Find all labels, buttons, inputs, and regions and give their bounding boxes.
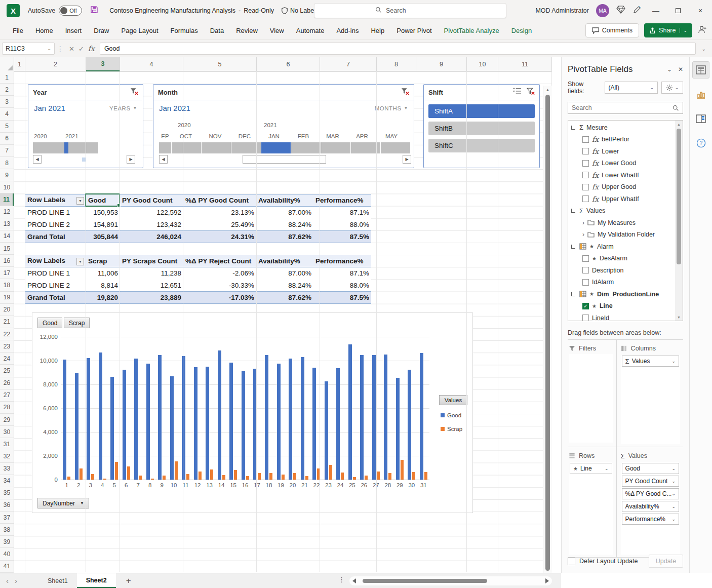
good-bar[interactable] bbox=[158, 355, 162, 480]
bar-group-day-20[interactable] bbox=[287, 337, 298, 480]
chart-axis-field-button[interactable]: DayNumber▼ bbox=[37, 498, 89, 508]
avatar[interactable]: MA bbox=[596, 4, 609, 17]
scrap-bar[interactable] bbox=[293, 473, 296, 480]
checkbox[interactable] bbox=[582, 315, 589, 321]
row-header-11[interactable]: 11 bbox=[0, 193, 14, 206]
good-bar[interactable] bbox=[289, 359, 292, 480]
row-header-35[interactable]: 35 bbox=[0, 487, 14, 499]
scrap-bar[interactable] bbox=[163, 476, 166, 480]
chevron-down-icon[interactable]: ⌄ bbox=[671, 479, 676, 484]
minimize-button[interactable]: — bbox=[648, 3, 663, 18]
row-header-25[interactable]: 25 bbox=[0, 365, 14, 377]
maximize-button[interactable] bbox=[670, 3, 686, 18]
value-cell[interactable]: 88.24% bbox=[256, 219, 313, 231]
ribbon-tab-pivottable-analyze[interactable]: PivotTable Analyze bbox=[439, 23, 505, 38]
good-bar[interactable] bbox=[360, 355, 364, 480]
column-header-10[interactable]: 10 bbox=[467, 57, 498, 71]
field-alarm[interactable]: ★Alarm bbox=[568, 241, 675, 253]
pivot-chart[interactable]: Good Scrap 02,0004,0006,0008,00010,00012… bbox=[32, 312, 473, 513]
bar-group-day-4[interactable] bbox=[96, 337, 108, 480]
good-bar[interactable] bbox=[170, 376, 174, 480]
scroll-right-button[interactable]: ▶ bbox=[127, 155, 135, 164]
scrap-bar[interactable] bbox=[282, 475, 285, 480]
month-segment-MAR[interactable] bbox=[321, 142, 350, 153]
row-header-20[interactable]: 20 bbox=[0, 304, 14, 316]
row-header-10[interactable]: 10 bbox=[0, 181, 14, 193]
chevron-down-icon[interactable]: ⌄ bbox=[671, 359, 676, 364]
bar-group-day-5[interactable] bbox=[108, 337, 120, 480]
column-header-1[interactable]: 1 bbox=[14, 57, 25, 71]
chevron-down-icon[interactable]: ⌄ bbox=[605, 466, 609, 471]
column-header-cell[interactable]: %Δ PY Reject Count bbox=[183, 255, 256, 267]
value-cell[interactable]: 87.5% bbox=[313, 231, 371, 243]
row-header-17[interactable]: 17 bbox=[0, 267, 14, 279]
bar-group-day-22[interactable] bbox=[310, 337, 322, 480]
values-area[interactable]: ΣValues Good⌄PY Good Count⌄%Δ PY Good C.… bbox=[617, 447, 683, 558]
scrap-bar[interactable] bbox=[365, 476, 368, 480]
scrap-bar[interactable] bbox=[139, 476, 142, 480]
close-button[interactable]: × bbox=[693, 3, 708, 18]
month-slicer[interactable]: Month Jan 2021 MONTHS▼ 2020 2021 EPOCTNO… bbox=[153, 84, 414, 168]
shift-item-shifta[interactable]: ShiftA bbox=[428, 104, 535, 118]
scroll-left-button[interactable]: ◀ bbox=[159, 155, 168, 164]
filter-dropdown-icon[interactable]: ▼ bbox=[76, 197, 84, 205]
row-header-28[interactable]: 28 bbox=[0, 402, 14, 414]
column-header-4[interactable]: 4 bbox=[120, 57, 183, 71]
bar-group-day-26[interactable] bbox=[358, 337, 370, 480]
more-options-icon[interactable]: ⋮ bbox=[338, 576, 345, 583]
value-cell[interactable]: 11,006 bbox=[86, 267, 120, 280]
row-header-4[interactable]: 4 bbox=[0, 108, 14, 120]
sheet-tab-sheet2[interactable]: Sheet2 bbox=[77, 573, 116, 588]
column-header-cell[interactable]: PY Scraps Count bbox=[120, 255, 183, 267]
good-bar[interactable] bbox=[396, 378, 400, 480]
ribbon-tab-draw[interactable]: Draw bbox=[88, 23, 114, 38]
row-header-27[interactable]: 27 bbox=[0, 389, 14, 402]
month-segment-MAY[interactable] bbox=[381, 142, 410, 153]
field-dim_productionline[interactable]: ★Dim_ProductionLine bbox=[568, 288, 675, 300]
bar-group-day-18[interactable] bbox=[263, 337, 274, 480]
scrap-bar[interactable] bbox=[353, 477, 356, 480]
value-cell[interactable]: 123,432 bbox=[120, 219, 183, 231]
scrap-bar[interactable] bbox=[151, 479, 154, 480]
row-header-33[interactable]: 33 bbox=[0, 463, 14, 475]
row-header-34[interactable]: 34 bbox=[0, 475, 14, 487]
field-list-scrollbar[interactable]: ▲ ▼ bbox=[675, 121, 683, 321]
value-cell[interactable]: -30.33% bbox=[183, 280, 256, 292]
value-cell[interactable]: 150,953 bbox=[86, 207, 120, 219]
row-header-31[interactable]: 31 bbox=[0, 438, 14, 450]
help-icon[interactable]: ? bbox=[692, 134, 709, 151]
horizontal-scrollbar[interactable] bbox=[349, 576, 552, 585]
month-segment-NOV[interactable] bbox=[202, 142, 231, 153]
good-bar[interactable] bbox=[63, 360, 66, 480]
columns-area[interactable]: Columns ΣValues⌄ bbox=[617, 340, 683, 447]
column-header-3[interactable]: 3 bbox=[86, 57, 120, 71]
autosave-toggle[interactable]: AutoSave Off bbox=[28, 6, 82, 16]
good-bar[interactable] bbox=[372, 355, 376, 480]
column-header-7[interactable]: 7 bbox=[320, 57, 377, 71]
ribbon-tab-automate[interactable]: Automate bbox=[291, 23, 330, 38]
fields-pane-icon[interactable] bbox=[692, 61, 709, 79]
field-lineid[interactable]: LineId bbox=[568, 312, 675, 321]
scrap-bar[interactable] bbox=[329, 465, 332, 480]
year-level-dropdown[interactable]: YEARS▼ bbox=[109, 105, 137, 111]
good-bar[interactable] bbox=[218, 350, 221, 480]
good-bar[interactable] bbox=[229, 363, 233, 480]
bar-group-day-10[interactable] bbox=[168, 337, 179, 480]
row-header-38[interactable]: 38 bbox=[0, 524, 14, 536]
column-header-cell[interactable]: PY Good Count bbox=[120, 194, 183, 207]
row-header-23[interactable]: 23 bbox=[0, 340, 14, 352]
row-label-cell[interactable]: PROD LINE 2 bbox=[25, 219, 86, 231]
year-timeline[interactable] bbox=[33, 142, 98, 153]
good-bar[interactable] bbox=[194, 367, 197, 480]
month-segment-JAN[interactable] bbox=[261, 142, 291, 153]
scrap-bar[interactable] bbox=[305, 476, 308, 480]
value-cell[interactable]: 305,844 bbox=[86, 231, 120, 243]
row-header-29[interactable]: 29 bbox=[0, 414, 14, 426]
expand-formula-bar-icon[interactable]: ⌄ bbox=[698, 46, 710, 52]
row-header-26[interactable]: 26 bbox=[0, 377, 14, 389]
defer-checkbox[interactable] bbox=[568, 558, 575, 565]
row-label-cell[interactable]: PROD LINE 1 bbox=[25, 207, 86, 219]
save-icon[interactable] bbox=[90, 6, 98, 16]
row-header-15[interactable]: 15 bbox=[0, 243, 14, 255]
bar-group-day-16[interactable] bbox=[239, 337, 251, 480]
